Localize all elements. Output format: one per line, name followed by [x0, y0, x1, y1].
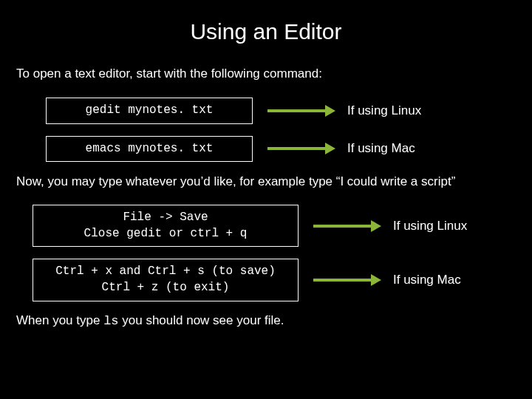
- middle-paragraph: Now, you may type whatever you’d like, f…: [16, 174, 516, 190]
- arrow-icon: [267, 105, 335, 117]
- open-command-row-mac: emacs mynotes. txt If using Mac: [16, 136, 516, 163]
- closing-text: When you type ls you should now see your…: [16, 313, 516, 328]
- closing-post: you should now see your file.: [119, 313, 284, 327]
- closing-pre: When you type: [16, 313, 103, 327]
- save-command-row-mac: Ctrl + x and Ctrl + s (to save) Ctrl + z…: [16, 259, 516, 301]
- open-command-row-linux: gedit mynotes. txt If using Linux: [16, 98, 516, 124]
- closing-code: ls: [103, 314, 118, 328]
- arrow-icon: [313, 274, 381, 286]
- os-label: If using Linux: [347, 103, 421, 118]
- arrow-icon: [267, 143, 335, 154]
- command-box: File -> Save Close gedit or ctrl + q: [33, 205, 299, 247]
- save-command-row-linux: File -> Save Close gedit or ctrl + q If …: [16, 205, 516, 247]
- intro-text: To open a text editor, start with the fo…: [16, 66, 516, 81]
- command-box: emacs mynotes. txt: [46, 136, 253, 163]
- os-label: If using Linux: [393, 219, 467, 233]
- os-label: If using Mac: [393, 273, 461, 287]
- command-box: gedit mynotes. txt: [46, 98, 253, 124]
- page-title: Using an Editor: [16, 19, 516, 44]
- arrow-icon: [313, 220, 381, 232]
- command-box: Ctrl + x and Ctrl + s (to save) Ctrl + z…: [33, 259, 299, 301]
- os-label: If using Mac: [347, 141, 415, 156]
